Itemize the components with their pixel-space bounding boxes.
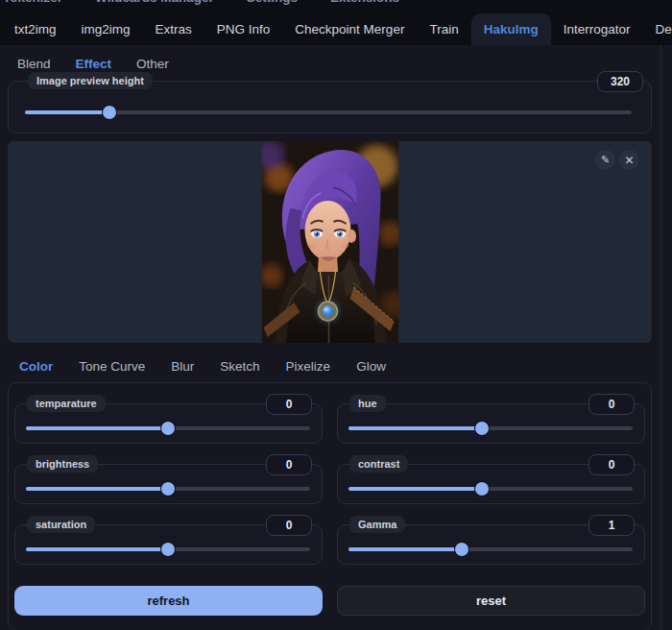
reset-button[interactable]: reset: [337, 586, 645, 616]
hakuimg-content: Blend Effect Other Image preview height …: [0, 45, 661, 630]
image-preview-panel: ✎ ✕: [8, 141, 652, 343]
slider-row-3: saturation 0 Gamma 1: [14, 524, 645, 565]
slider-handle[interactable]: [455, 543, 468, 556]
saturation-slider[interactable]: [26, 547, 310, 551]
temperature-slider[interactable]: [26, 426, 310, 430]
top-tab-extensions[interactable]: Extensions: [330, 0, 399, 5]
effect-tab-color[interactable]: Color: [19, 359, 53, 374]
tab-txt2img[interactable]: txt2img: [2, 13, 69, 45]
top-tab-settings[interactable]: Settings: [247, 0, 298, 5]
tab-hakuimg[interactable]: HakuImg: [471, 13, 551, 45]
edit-image-button[interactable]: ✎: [595, 150, 615, 170]
slider-fill: [348, 487, 482, 491]
brightness-slider[interactable]: [26, 487, 310, 491]
tab-train[interactable]: Train: [417, 13, 470, 45]
slider-handle[interactable]: [475, 422, 489, 435]
hue-value[interactable]: 0: [588, 394, 635, 415]
effect-tab-pixelize[interactable]: Pixelize: [286, 359, 331, 374]
hue-slider[interactable]: [348, 426, 633, 430]
tab-deforum[interactable]: Deforum: [642, 13, 672, 45]
saturation-label: saturation: [27, 516, 95, 533]
tab-img2img[interactable]: img2img: [69, 13, 143, 45]
main-tab-bar: txt2img img2img Extras PNG Info Checkpoi…: [0, 9, 672, 45]
close-icon: ✕: [624, 154, 634, 167]
action-buttons-row: refresh reset: [14, 586, 645, 616]
effect-tab-glow[interactable]: Glow: [356, 359, 386, 374]
slider-handle[interactable]: [161, 482, 175, 496]
gamma-label: Gamma: [349, 516, 405, 533]
contrast-label: contrast: [349, 455, 408, 472]
slider-handle[interactable]: [161, 543, 175, 556]
gamma-slider[interactable]: [348, 547, 633, 551]
preview-height-label: Image preview height: [28, 72, 153, 89]
preview-image[interactable]: [261, 141, 398, 343]
temperature-value[interactable]: 0: [266, 394, 312, 415]
hakuimg-page: Tokenizer Wildcards Manager Settings Ext…: [0, 0, 672, 630]
tab-png-info[interactable]: PNG Info: [204, 13, 283, 45]
temperature-slider-group: temparature 0: [14, 403, 323, 444]
brightness-value[interactable]: 0: [266, 454, 312, 475]
effect-tab-blur[interactable]: Blur: [171, 359, 194, 374]
slider-fill: [25, 110, 109, 114]
pencil-icon: ✎: [601, 154, 610, 166]
contrast-slider-group: contrast 0: [337, 464, 645, 504]
preview-height-value[interactable]: 320: [597, 71, 643, 92]
subtab-blend[interactable]: Blend: [17, 57, 51, 71]
top-settings-row-clipped: Tokenizer Wildcards Manager Settings Ext…: [0, 0, 672, 9]
subtab-other[interactable]: Other: [136, 57, 169, 71]
hue-label: hue: [349, 395, 386, 412]
gamma-slider-group: Gamma 1: [337, 524, 645, 565]
saturation-value[interactable]: 0: [266, 515, 312, 536]
slider-fill: [26, 426, 168, 430]
brightness-slider-group: brightness 0: [14, 464, 323, 504]
top-tab-tokenizer[interactable]: Tokenizer: [3, 0, 62, 5]
slider-row-1: temparature 0 hue 0: [14, 403, 645, 444]
contrast-slider[interactable]: [348, 487, 633, 491]
temperature-label: temparature: [27, 395, 106, 412]
slider-handle[interactable]: [475, 482, 489, 496]
tab-checkpoint-merger[interactable]: Checkpoint Merger: [282, 13, 417, 45]
slider-handle[interactable]: [103, 106, 116, 119]
slider-handle[interactable]: [161, 422, 175, 435]
refresh-button[interactable]: refresh: [14, 586, 323, 616]
brightness-label: brightness: [27, 455, 98, 472]
color-effect-panel: temparature 0 hue 0: [8, 382, 652, 630]
contrast-value[interactable]: 0: [588, 454, 635, 475]
effect-category-tabs: Color Tone Curve Blur Sketch Pixelize Gl…: [8, 343, 652, 382]
slider-fill: [26, 487, 168, 491]
slider-fill: [26, 547, 168, 551]
clear-image-button[interactable]: ✕: [619, 150, 639, 170]
subtab-effect[interactable]: Effect: [76, 57, 112, 71]
gamma-value[interactable]: 1: [588, 515, 635, 536]
saturation-slider-group: saturation 0: [14, 524, 323, 565]
hue-slider-group: hue 0: [337, 403, 645, 444]
preview-height-slider[interactable]: [25, 110, 632, 114]
tab-interrogator[interactable]: Interrogator: [551, 13, 643, 45]
top-tab-wildcards-manager[interactable]: Wildcards Manager: [95, 0, 214, 5]
effect-tab-tone-curve[interactable]: Tone Curve: [79, 359, 145, 374]
tab-extras[interactable]: Extras: [143, 13, 204, 45]
preview-height-group: Image preview height 320: [8, 81, 652, 133]
slider-row-2: brightness 0 contrast 0: [14, 464, 645, 504]
effect-tab-sketch[interactable]: Sketch: [220, 359, 259, 374]
slider-fill: [348, 547, 462, 551]
slider-fill: [348, 426, 482, 430]
